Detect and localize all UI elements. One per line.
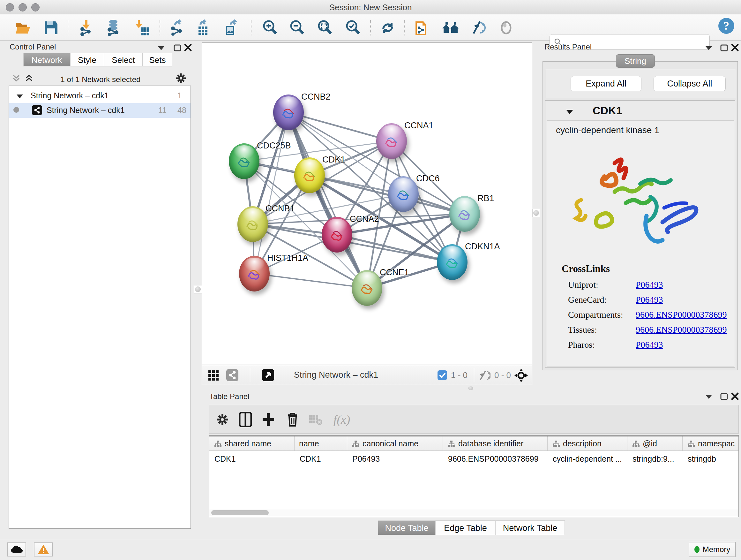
network-canvas[interactable]: CCNB2 CCNA1 CDC25B CDK1 CDC6 RB1 CCNB1 C… — [202, 43, 532, 365]
collapse-all-tree-icon[interactable] — [11, 73, 21, 84]
close-panel-icon[interactable] — [731, 392, 739, 401]
toolbar-separator — [68, 20, 68, 36]
zoom-out-icon[interactable] — [288, 19, 306, 37]
network-row-selected[interactable]: String Network – cdk1 11 48 — [9, 103, 191, 118]
zoom-in-icon[interactable] — [261, 19, 279, 37]
table-toolbar: f(x) — [209, 405, 739, 434]
gear-icon[interactable] — [175, 72, 187, 85]
eye-slash-icon[interactable] — [470, 19, 488, 37]
panel-menu-icon[interactable] — [704, 393, 713, 401]
warning-icon[interactable] — [34, 543, 53, 557]
table-cell[interactable]: P06493 — [347, 452, 448, 465]
close-panel-icon[interactable] — [731, 44, 739, 53]
table-cell[interactable]: 9606.ENSP00000378699 — [443, 452, 553, 465]
edge-CCNE1-HIST1H1A[interactable] — [254, 273, 367, 288]
cycle-arrows-icon[interactable] — [379, 19, 397, 37]
right-splitter-handle[interactable] — [532, 209, 540, 217]
tab-string[interactable]: String — [616, 54, 655, 68]
expand-all-tree-icon[interactable] — [24, 73, 34, 84]
grid-view-icon[interactable] — [208, 370, 219, 382]
table-cell[interactable]: cyclin-dependent ... — [548, 452, 632, 465]
add-column-icon[interactable] — [260, 411, 277, 428]
eye-icon[interactable] — [497, 19, 515, 37]
table-hscrollbar[interactable] — [209, 509, 738, 516]
import-network-database-icon[interactable] — [105, 19, 122, 37]
houses-icon[interactable] — [442, 19, 460, 37]
export-image-icon[interactable] — [223, 19, 241, 37]
node-CCNB2[interactable] — [273, 95, 304, 130]
share-document-icon[interactable] — [414, 19, 431, 37]
string-network-icon[interactable] — [226, 369, 239, 381]
column-header-shared-name[interactable]: shared name — [209, 436, 294, 450]
memory-button[interactable]: Memory — [689, 542, 736, 557]
tab-node-table[interactable]: Node Table — [378, 520, 435, 535]
tab-style[interactable]: Style — [70, 53, 104, 66]
node-CDC6[interactable] — [388, 176, 419, 212]
open-session-icon[interactable] — [14, 19, 32, 37]
node-CCNB1[interactable] — [238, 206, 268, 242]
network-collection-row[interactable]: String Network – cdk1 1 — [9, 88, 191, 103]
tab-sets[interactable]: Sets — [143, 53, 172, 66]
tab-select[interactable]: Select — [104, 53, 143, 66]
selected-checkbox-icon[interactable] — [437, 370, 447, 380]
bottom-splitter-handle[interactable] — [467, 386, 475, 390]
crosslink-link[interactable]: P06493 — [636, 280, 663, 290]
delete-table-icon — [307, 411, 324, 428]
help-icon[interactable]: ? — [718, 17, 735, 35]
tab-network-table[interactable]: Network Table — [495, 520, 565, 535]
table-cell[interactable]: stringdb — [683, 452, 741, 465]
toolbar-separator — [251, 20, 252, 36]
column-header-canonical-name[interactable]: canonical name — [347, 436, 443, 450]
expander-icon[interactable] — [16, 92, 23, 102]
export-network-icon[interactable] — [169, 19, 186, 37]
node-CDK1[interactable] — [294, 158, 325, 193]
tab-network[interactable]: Network — [23, 53, 70, 66]
crosslink-link[interactable]: P06493 — [636, 340, 663, 350]
import-network-file-icon[interactable] — [77, 19, 95, 37]
node-RB1[interactable] — [449, 196, 480, 232]
collapse-section-icon[interactable] — [565, 108, 574, 117]
scrollbar-thumb[interactable] — [211, 510, 269, 515]
column-header-description[interactable]: description — [548, 436, 627, 450]
delete-column-icon[interactable] — [284, 411, 301, 428]
float-panel-icon[interactable] — [720, 393, 728, 401]
birdseye-icon[interactable] — [514, 368, 528, 384]
crosslink-link[interactable]: P06493 — [636, 295, 663, 305]
left-splitter-handle[interactable] — [194, 285, 202, 294]
node-HIST1H1A[interactable] — [239, 256, 270, 292]
table-cell[interactable]: CDK1 — [294, 452, 352, 465]
column-header--id[interactable]: @id — [627, 436, 683, 450]
node-CCNA1[interactable] — [376, 123, 407, 159]
close-panel-icon[interactable] — [184, 44, 192, 53]
node-CDC25B[interactable] — [229, 143, 259, 179]
select-columns-icon[interactable] — [237, 411, 254, 428]
zoom-selected-icon[interactable] — [344, 19, 362, 37]
hidden-eye-icon[interactable] — [478, 370, 490, 382]
panel-menu-icon[interactable] — [704, 45, 713, 52]
export-table-icon[interactable] — [195, 19, 213, 37]
table-gear-icon[interactable] — [214, 411, 231, 428]
open-in-window-icon[interactable] — [262, 369, 274, 381]
expand-all-button[interactable]: Expand All — [570, 76, 642, 91]
collapse-all-button[interactable]: Collapse All — [654, 76, 726, 91]
network-edges[interactable] — [202, 43, 532, 365]
table-cell[interactable]: stringdb:9... — [627, 452, 688, 465]
column-header-name[interactable]: name — [294, 436, 347, 450]
panel-menu-icon[interactable] — [157, 45, 165, 52]
save-session-icon[interactable] — [42, 19, 60, 37]
node-table[interactable]: shared namenamecanonical namedatabase id… — [209, 435, 739, 517]
column-header-namespac[interactable]: namespac — [683, 436, 739, 450]
cloud-icon[interactable] — [7, 543, 26, 557]
node-CCNE1[interactable] — [352, 270, 382, 306]
crosslink-link[interactable]: 9606.ENSP00000378699 — [636, 325, 727, 335]
float-panel-icon[interactable] — [173, 44, 182, 53]
column-header-database-identifier[interactable]: database identifier — [443, 436, 548, 450]
table-cell[interactable]: CDK1 — [209, 452, 300, 465]
tab-edge-table[interactable]: Edge Table — [435, 520, 495, 535]
crosslink-link[interactable]: 9606.ENSP00000378699 — [636, 310, 727, 320]
node-CDKN1A[interactable] — [437, 244, 468, 280]
float-panel-icon[interactable] — [720, 44, 728, 53]
import-table-icon[interactable] — [133, 19, 151, 37]
zoom-fit-icon[interactable] — [316, 19, 334, 37]
node-CCNA2[interactable] — [322, 217, 352, 253]
